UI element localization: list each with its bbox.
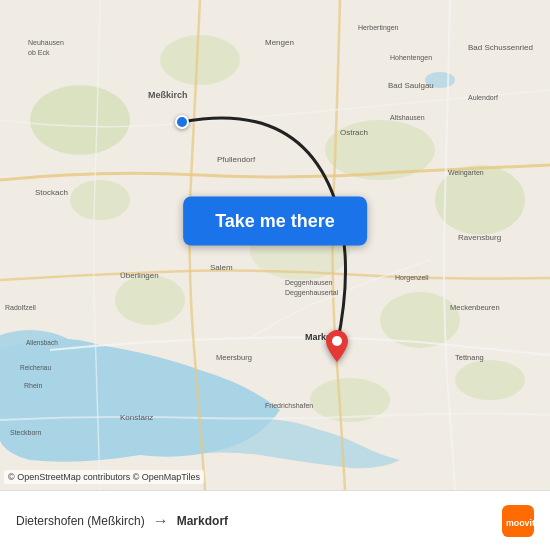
svg-text:Radolfzell: Radolfzell: [5, 304, 36, 311]
map-background: Meßkirch Mengen Herbertingen Hohentengen…: [0, 0, 550, 490]
route-arrow-icon: →: [153, 512, 169, 530]
start-marker: [175, 115, 189, 129]
route-info: Dietershofen (Meßkirch) → Markdorf: [16, 512, 228, 530]
map-container: Meßkirch Mengen Herbertingen Hohentengen…: [0, 0, 550, 490]
svg-text:Bad Saulgau: Bad Saulgau: [388, 81, 434, 90]
svg-point-3: [30, 85, 130, 155]
bottom-bar: Dietershofen (Meßkirch) → Markdorf moovi…: [0, 490, 550, 550]
svg-text:Pfullendorf: Pfullendorf: [217, 155, 256, 164]
moovit-logo: moovit: [502, 505, 534, 537]
map-attribution: © OpenStreetMap contributors © OpenMapTi…: [4, 470, 204, 484]
svg-text:Herbertingen: Herbertingen: [358, 24, 399, 32]
svg-text:Allensbach: Allensbach: [26, 339, 58, 346]
svg-text:Deggenhausen: Deggenhausen: [285, 279, 333, 287]
moovit-logo-icon: moovit: [502, 505, 534, 537]
svg-point-4: [160, 35, 240, 85]
svg-text:Stockach: Stockach: [35, 188, 68, 197]
svg-text:Tettnang: Tettnang: [455, 353, 484, 362]
svg-point-9: [70, 180, 130, 220]
svg-text:Ravensburg: Ravensburg: [458, 233, 501, 242]
svg-text:Überlingen: Überlingen: [120, 271, 159, 280]
svg-text:Horgenzell: Horgenzell: [395, 274, 429, 282]
svg-text:Weingarten: Weingarten: [448, 169, 484, 177]
svg-point-12: [455, 360, 525, 400]
svg-text:Deggenhausertal: Deggenhausertal: [285, 289, 339, 297]
svg-text:Meersburg: Meersburg: [216, 353, 252, 362]
svg-point-44: [332, 336, 342, 346]
svg-text:Aulendorf: Aulendorf: [468, 94, 498, 101]
svg-text:Ostrach: Ostrach: [340, 128, 368, 137]
route-to-label: Markdorf: [177, 514, 228, 528]
take-me-there-button[interactable]: Take me there: [183, 196, 367, 245]
svg-text:Meckenbeuren: Meckenbeuren: [450, 303, 500, 312]
svg-text:Rhein: Rhein: [24, 382, 42, 389]
route-from-label: Dietershofen (Meßkirch): [16, 514, 145, 528]
svg-text:Neuhausen: Neuhausen: [28, 39, 64, 46]
svg-text:Konstanz: Konstanz: [120, 413, 153, 422]
svg-text:ob Eck: ob Eck: [28, 49, 50, 56]
svg-point-7: [115, 275, 185, 325]
svg-text:Bad Schussenried: Bad Schussenried: [468, 43, 533, 52]
destination-marker: [326, 330, 348, 366]
svg-text:Hohentengen: Hohentengen: [390, 54, 432, 62]
svg-text:Mengen: Mengen: [265, 38, 294, 47]
svg-text:moovit: moovit: [506, 517, 534, 527]
svg-text:Friedrichshafen: Friedrichshafen: [265, 402, 313, 409]
svg-text:Reichenau: Reichenau: [20, 364, 51, 371]
svg-text:Altshausen: Altshausen: [390, 114, 425, 121]
svg-text:Salem: Salem: [210, 263, 233, 272]
svg-text:Meßkirch: Meßkirch: [148, 90, 188, 100]
svg-text:Steckborn: Steckborn: [10, 429, 42, 436]
